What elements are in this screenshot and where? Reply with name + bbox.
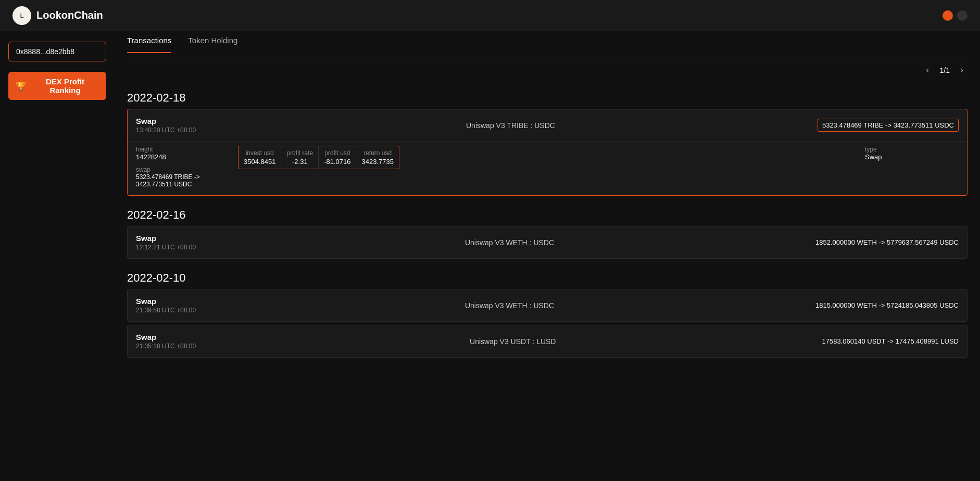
swap-detail: swap 5323.478469 TRIBE -> 3423.773511 US… xyxy=(136,166,230,188)
header: L LookonChain xyxy=(0,0,980,31)
metric-label: profit usd xyxy=(324,149,350,157)
content-area: Transactions Token Holding ‹ 1/1 › 2022-… xyxy=(115,31,980,481)
dex-ranking-label: DEX Profit Ranking xyxy=(31,77,99,95)
tx-type: Swap xyxy=(136,333,204,341)
tx-time: 12:12:21 UTC +08:00 xyxy=(136,244,204,251)
swap-label: swap xyxy=(136,166,230,173)
metric-label: profit rate xyxy=(286,149,313,157)
tx-pool: Uniswap V3 USDT : LUSD xyxy=(212,337,814,346)
tab-transactions[interactable]: Transactions xyxy=(127,36,171,53)
height-detail: height 14228248 xyxy=(136,146,230,161)
height-label: height xyxy=(136,146,230,153)
logo-area: L LookonChain xyxy=(12,6,103,25)
type-value: Swap xyxy=(865,153,959,161)
metric-label: invest usd xyxy=(244,149,275,157)
tab-token-holding[interactable]: Token Holding xyxy=(188,36,237,53)
metric-value: 3504.8451 xyxy=(244,158,275,166)
svg-text:L: L xyxy=(20,12,24,19)
tabs: Transactions Token Holding xyxy=(127,31,968,57)
tx-type: Swap xyxy=(136,234,204,243)
header-right xyxy=(943,10,968,21)
main-layout: 0x8888...d8e2bb8 🏆 DEX Profit Ranking Tr… xyxy=(0,31,980,481)
tx-pool: Uniswap V3 WETH : USDC xyxy=(212,301,807,310)
tx-detail-row: height 14228248 swap 5323.478469 TRIBE -… xyxy=(128,141,967,195)
type-detail: type Swap xyxy=(865,146,959,161)
metric-value: -81.0716 xyxy=(324,158,350,166)
prev-page-button[interactable]: ‹ xyxy=(922,62,934,78)
sections-container: 2022-02-18 Swap 13:40:20 UTC +08:00 Unis… xyxy=(127,83,968,358)
tx-amount: 17583.060140 USDT -> 17475.408991 LUSD xyxy=(822,337,959,345)
transaction-card[interactable]: Swap 13:40:20 UTC +08:00 Uniswap V3 TRIB… xyxy=(127,109,968,196)
tx-main-row: Swap 21:39:58 UTC +08:00 Uniswap V3 WETH… xyxy=(128,289,967,321)
metric-value: -2.31 xyxy=(286,158,313,166)
date-section: 2022-02-16 Swap 12:12:21 UTC +08:00 Unis… xyxy=(127,200,968,259)
metrics-group: invest usd 3504.8451 profit rate -2.31 p… xyxy=(238,146,399,169)
tx-time: 13:40:20 UTC +08:00 xyxy=(136,126,204,134)
date-header: 2022-02-10 xyxy=(127,263,968,289)
date-section: 2022-02-18 Swap 13:40:20 UTC +08:00 Unis… xyxy=(127,83,968,196)
transaction-card[interactable]: Swap 21:35:18 UTC +08:00 Uniswap V3 USDT… xyxy=(127,325,968,358)
height-value: 14228248 xyxy=(136,153,230,161)
tx-amount: 1852.000000 WETH -> 5779637.567249 USDC xyxy=(815,238,959,246)
metric-value: 3423.7735 xyxy=(361,158,393,166)
tx-type: Swap xyxy=(136,117,204,125)
header-dot-dark xyxy=(957,10,968,21)
dex-ranking-button[interactable]: 🏆 DEX Profit Ranking xyxy=(8,72,106,100)
tx-type: Swap xyxy=(136,297,204,306)
trophy-icon: 🏆 xyxy=(16,81,26,91)
date-header: 2022-02-16 xyxy=(127,200,968,226)
swap-value: 5323.478469 TRIBE -> 3423.773511 USDC xyxy=(136,173,230,188)
transaction-card[interactable]: Swap 12:12:21 UTC +08:00 Uniswap V3 WETH… xyxy=(127,226,968,259)
date-header: 2022-02-18 xyxy=(127,83,968,109)
tx-amount: 1815.000000 WETH -> 5724185.043805 USDC xyxy=(815,301,959,309)
tx-amount: 5323.478469 TRIBE -> 3423.773511 USDC xyxy=(818,119,959,132)
metric-item: invest usd 3504.8451 xyxy=(238,146,281,169)
logo-icon: L xyxy=(12,6,31,25)
metric-item: profit usd -81.0716 xyxy=(319,146,356,169)
tx-main-row: Swap 13:40:20 UTC +08:00 Uniswap V3 TRIB… xyxy=(128,109,967,141)
tx-time: 21:39:58 UTC +08:00 xyxy=(136,307,204,314)
pagination-row: ‹ 1/1 › xyxy=(127,57,968,83)
type-label: type xyxy=(865,146,959,153)
metric-label: return usd xyxy=(361,149,393,157)
metric-item: return usd 3423.7735 xyxy=(356,146,398,169)
metric-item: profit rate -2.31 xyxy=(281,146,319,169)
address-button[interactable]: 0x8888...d8e2bb8 xyxy=(8,42,106,61)
page-info: 1/1 xyxy=(940,66,950,74)
header-dot-orange xyxy=(943,10,953,21)
tx-time: 21:35:18 UTC +08:00 xyxy=(136,343,204,350)
tx-pool: Uniswap V3 WETH : USDC xyxy=(212,238,807,247)
date-section: 2022-02-10 Swap 21:39:58 UTC +08:00 Unis… xyxy=(127,263,968,358)
tx-main-row: Swap 21:35:18 UTC +08:00 Uniswap V3 USDT… xyxy=(128,325,967,357)
tx-pool: Uniswap V3 TRIBE : USDC xyxy=(212,121,809,130)
transaction-card[interactable]: Swap 21:39:58 UTC +08:00 Uniswap V3 WETH… xyxy=(127,289,968,322)
sidebar: 0x8888...d8e2bb8 🏆 DEX Profit Ranking xyxy=(0,31,115,481)
next-page-button[interactable]: › xyxy=(956,62,968,78)
logo-text: LookonChain xyxy=(36,9,103,21)
tx-main-row: Swap 12:12:21 UTC +08:00 Uniswap V3 WETH… xyxy=(128,226,967,258)
